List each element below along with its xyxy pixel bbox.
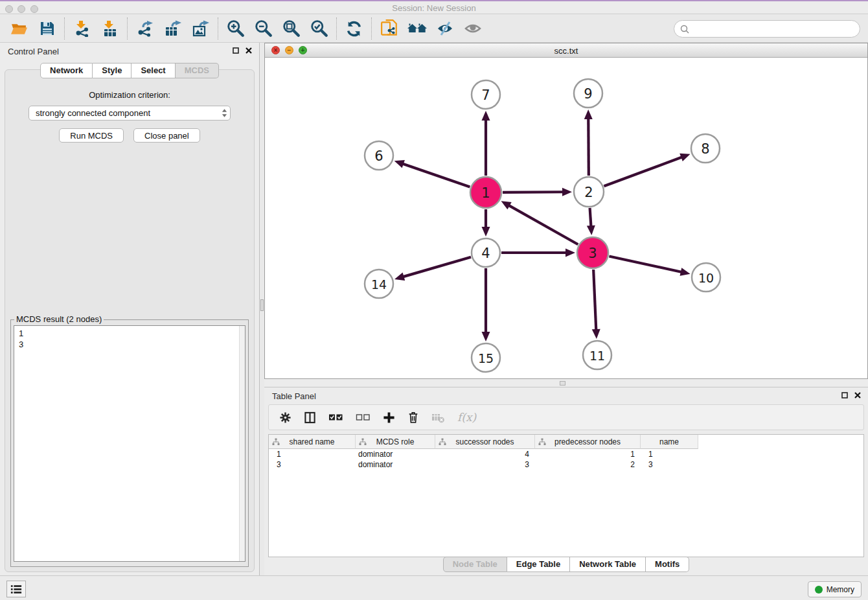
tab-network-table[interactable]: Network Table <box>570 557 646 572</box>
cell-mcds-role[interactable]: dominator <box>356 459 435 470</box>
column-header-name[interactable]: name <box>641 435 698 449</box>
splitter-handle[interactable] <box>260 299 264 311</box>
dropdown-chevrons-icon <box>222 108 227 118</box>
graph-edge-arrowhead <box>584 110 593 119</box>
tab-select[interactable]: Select <box>131 63 175 78</box>
open-session-button[interactable] <box>5 17 33 40</box>
function-builder-button[interactable]: f(x) <box>457 411 476 424</box>
graph-edge-1-6[interactable] <box>402 163 470 187</box>
cell-successor-nodes[interactable]: 3 <box>435 459 535 470</box>
optimization-criterion-dropdown[interactable]: strongly connected component <box>29 106 231 121</box>
network-canvas[interactable]: 1234678910111415 <box>265 58 867 378</box>
delete-table-button[interactable] <box>431 412 445 423</box>
cell-name[interactable]: 3 <box>641 459 698 470</box>
settings-gear-button[interactable] <box>279 411 291 424</box>
cell-successor-nodes[interactable]: 4 <box>435 449 535 459</box>
graph-edge-3-10[interactable] <box>609 257 681 272</box>
list-icon <box>10 584 22 594</box>
export-network-button[interactable] <box>131 17 159 40</box>
search-field[interactable] <box>674 20 860 38</box>
cell-predecessor-nodes[interactable]: 1 <box>535 449 641 459</box>
table-row[interactable]: 3 dominator 3 2 3 <box>269 459 863 470</box>
zoom-fit-button[interactable] <box>277 17 305 40</box>
column-header-predecessor-nodes[interactable]: predecessor nodes <box>535 435 641 449</box>
memory-status-dot <box>815 586 823 594</box>
column-type-icon <box>359 438 367 446</box>
export-table-button[interactable] <box>159 17 187 40</box>
status-bar: Memory <box>0 575 868 600</box>
new-network-button[interactable] <box>375 17 403 40</box>
tab-motifs[interactable]: Motifs <box>646 557 689 572</box>
splitter-handle[interactable] <box>560 381 565 386</box>
add-column-button[interactable] <box>383 411 395 424</box>
zoom-out-button[interactable] <box>249 17 277 40</box>
run-mcds-button[interactable]: Run MCDS <box>59 128 124 143</box>
cell-mcds-role[interactable]: dominator <box>356 449 435 459</box>
tab-network[interactable]: Network <box>40 63 93 78</box>
result-scrollbar[interactable] <box>239 326 245 561</box>
home-view-button[interactable] <box>403 17 431 40</box>
delete-columns-button[interactable] <box>407 411 419 424</box>
tab-mcds[interactable]: MCDS <box>176 63 219 78</box>
search-input[interactable] <box>693 24 854 34</box>
graph-edge-1-2[interactable] <box>503 192 564 192</box>
graph-edge-2-8[interactable] <box>604 157 682 186</box>
graph-edge-3-11[interactable] <box>593 270 596 330</box>
network-graph[interactable]: 1234678910111415 <box>265 58 867 378</box>
close-panel-icon[interactable] <box>245 47 253 54</box>
column-header-shared-name[interactable]: shared name <box>269 435 356 449</box>
task-history-button[interactable] <box>6 581 26 597</box>
cell-shared-name[interactable]: 1 <box>269 449 356 459</box>
toolbar-separator <box>64 17 65 40</box>
mcds-result-text-area[interactable]: 1 3 <box>14 325 246 562</box>
float-panel-icon[interactable] <box>232 47 240 54</box>
apply-layout-button[interactable] <box>340 17 368 40</box>
graph-edge-arrowhead <box>562 188 572 196</box>
graph-node-label: 8 <box>701 141 709 157</box>
export-network-icon <box>137 20 154 37</box>
import-table-button[interactable] <box>96 17 124 40</box>
show-details-button[interactable] <box>459 17 486 40</box>
memory-button[interactable]: Memory <box>808 581 862 597</box>
graph-edge-4-14[interactable] <box>402 257 470 277</box>
graph-node-label: 4 <box>481 246 490 261</box>
graph-edge-2-3[interactable] <box>590 208 591 227</box>
hide-details-button[interactable] <box>431 17 459 40</box>
zoom-in-button[interactable] <box>222 17 249 40</box>
horizontal-splitter[interactable] <box>264 379 868 387</box>
float-panel-icon[interactable] <box>841 391 849 399</box>
graph-edge-3-1[interactable] <box>508 205 578 245</box>
tab-edge-table[interactable]: Edge Table <box>507 557 570 572</box>
export-image-button[interactable] <box>187 17 214 40</box>
save-session-button[interactable] <box>33 17 61 40</box>
graph-edge-arrowhead <box>482 332 490 341</box>
graph-edge-2-9[interactable] <box>588 118 589 176</box>
table-panel-title: Table Panel <box>272 391 316 401</box>
graph-node-label: 1 <box>481 185 490 201</box>
dropdown-selected-value: strongly connected component <box>36 108 222 118</box>
close-panel-button[interactable]: Close panel <box>133 128 200 143</box>
toolbar-separator <box>371 17 372 40</box>
column-header-successor-nodes[interactable]: successor nodes <box>435 435 535 449</box>
show-columns-button[interactable] <box>304 411 316 424</box>
cell-shared-name[interactable]: 3 <box>269 459 356 470</box>
graph-node-label: 2 <box>584 185 593 200</box>
import-network-button[interactable] <box>68 17 96 40</box>
column-header-mcds-role[interactable]: MCDS role <box>356 435 435 449</box>
close-panel-icon[interactable] <box>854 391 862 399</box>
import-network-icon <box>74 20 91 37</box>
network-window-titlebar[interactable]: × − + scc.txt <box>265 43 867 58</box>
eye-slash-icon <box>436 20 454 37</box>
graph-node-label: 14 <box>371 277 387 292</box>
zoom-selected-button[interactable] <box>305 17 333 40</box>
tab-style[interactable]: Style <box>93 63 131 78</box>
vertical-splitter[interactable] <box>259 43 264 575</box>
table-row[interactable]: 1 dominator 4 1 1 <box>269 449 863 459</box>
select-all-columns-button[interactable] <box>328 413 343 422</box>
deselect-all-columns-button[interactable] <box>356 413 371 422</box>
tab-node-table[interactable]: Node Table <box>443 557 507 572</box>
cell-name[interactable]: 1 <box>641 449 698 459</box>
control-panel: Control Panel Network Style Select MCDS <box>0 43 259 575</box>
cell-predecessor-nodes[interactable]: 2 <box>535 459 641 470</box>
column-type-icon <box>439 438 446 446</box>
